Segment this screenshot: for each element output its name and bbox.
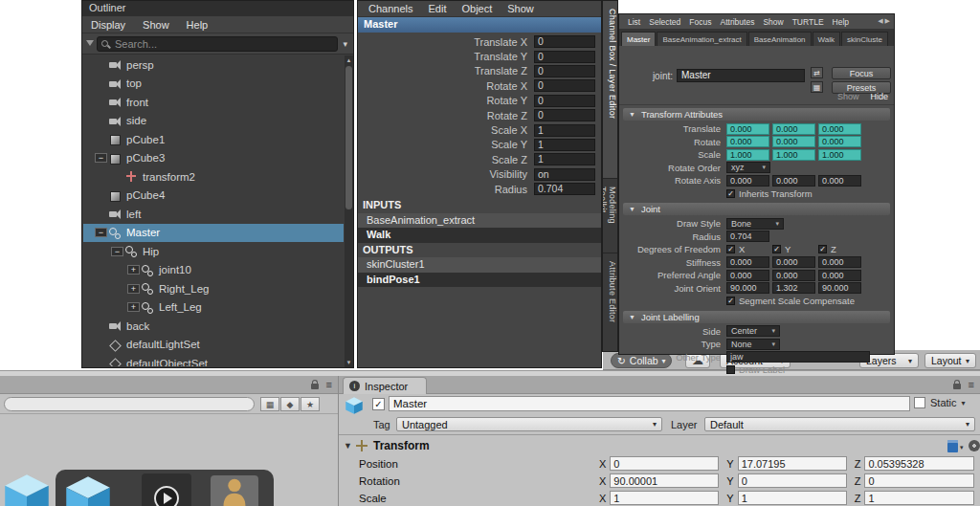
translate-y-field[interactable]: 0.000: [772, 123, 815, 135]
node-name-field[interactable]: Master: [677, 69, 805, 82]
tag-dropdown[interactable]: Untagged ▾: [396, 417, 662, 431]
preferred-z-field[interactable]: 0.000: [818, 270, 861, 281]
expander-toggle-icon[interactable]: [95, 321, 107, 331]
panel-menu-icon[interactable]: ≡: [326, 380, 332, 389]
outliner-item[interactable]: pCube4: [83, 187, 344, 206]
rotation-y-field[interactable]: [738, 473, 847, 488]
help-book-icon[interactable]: [947, 440, 958, 452]
node-tab[interactable]: Walk: [813, 32, 840, 46]
outliner-item[interactable]: − pCube3: [83, 149, 344, 168]
channel-label[interactable]: Rotate Z: [358, 110, 534, 121]
menu-item[interactable]: Show: [507, 3, 534, 14]
stiffness-x-field[interactable]: 0.000: [726, 256, 769, 268]
expander-toggle-icon[interactable]: [95, 209, 107, 219]
search-by-label-button[interactable]: ◆: [280, 397, 300, 411]
static-flags-dropdown-icon[interactable]: ▾: [962, 399, 966, 407]
outliner-item[interactable]: defaultObjectSet: [83, 354, 344, 366]
channel-value-field[interactable]: 0: [534, 109, 595, 121]
expander-toggle-icon[interactable]: [95, 116, 107, 125]
channel-box-object-name[interactable]: Master: [358, 17, 601, 33]
asset-thumbnail-master[interactable]: [63, 473, 113, 506]
outliner-item[interactable]: − Master: [83, 224, 344, 243]
outliner-item[interactable]: back: [83, 317, 344, 336]
menu-item[interactable]: List: [628, 17, 640, 27]
asset-thumbnail-take001[interactable]: [142, 473, 191, 506]
rotate-order-dropdown[interactable]: xyz ▾: [726, 162, 770, 173]
hide-button[interactable]: Hide: [870, 92, 888, 101]
panel-side-tab[interactable]: Attribute Editor: [603, 253, 617, 351]
scale-z-field[interactable]: [864, 491, 974, 505]
stiffness-y-field[interactable]: 0.000: [772, 256, 815, 268]
lock-icon[interactable]: [311, 384, 319, 389]
presets-dropdown-icon[interactable]: ▾: [960, 444, 964, 451]
joint-orient-z-field[interactable]: 90.000: [818, 282, 861, 294]
static-checkbox[interactable]: [914, 397, 925, 408]
rotate-z-field[interactable]: 0.000: [818, 136, 861, 147]
channel-label[interactable]: Scale Y: [358, 139, 534, 150]
channel-label[interactable]: Visibility: [358, 168, 534, 180]
layout-dropdown[interactable]: Layout ▾: [924, 353, 976, 368]
rotate-y-field[interactable]: 0.000: [772, 136, 815, 147]
menu-item[interactable]: Edit: [428, 3, 446, 14]
channel-value-field[interactable]: 1: [534, 139, 595, 151]
focus-button[interactable]: Focus: [832, 67, 891, 79]
expander-toggle-icon[interactable]: [95, 340, 107, 349]
preferred-x-field[interactable]: 0.000: [726, 270, 769, 281]
position-x-field[interactable]: [610, 456, 719, 471]
channel-value-field[interactable]: 0: [534, 79, 595, 92]
dof-x-checkbox[interactable]: ✓: [726, 245, 735, 253]
input-node-item[interactable]: Walk: [358, 228, 601, 243]
scroll-down-icon[interactable]: ▼: [345, 358, 353, 367]
layer-dropdown[interactable]: Default ▾: [704, 417, 975, 431]
expander-toggle-icon[interactable]: +: [127, 302, 140, 312]
transform-component-header[interactable]: ▼ Transform ▾: [339, 437, 980, 454]
panel-side-tab[interactable]: Modeling Toolkit: [603, 179, 617, 253]
expander-toggle-icon[interactable]: +: [127, 284, 140, 294]
channel-value-field[interactable]: 0.704: [534, 183, 595, 195]
channel-label[interactable]: Translate X: [358, 36, 534, 48]
side-dropdown[interactable]: Center ▾: [726, 325, 780, 337]
scale-x-field[interactable]: [610, 491, 719, 505]
expander-toggle-icon[interactable]: [95, 60, 107, 70]
asset-thumbnail-test[interactable]: [2, 472, 52, 506]
rotate-axis-x-field[interactable]: 0.000: [726, 175, 769, 187]
menu-item[interactable]: Display: [91, 19, 125, 31]
channel-value-field[interactable]: 0: [534, 95, 595, 107]
radius-field[interactable]: 0.704: [726, 231, 769, 242]
outliner-search-input[interactable]: [97, 36, 338, 52]
filter-icon[interactable]: [86, 40, 94, 46]
expander-toggle-icon[interactable]: −: [111, 247, 123, 256]
position-y-field[interactable]: [738, 456, 847, 471]
channel-value-field[interactable]: 1: [534, 153, 595, 165]
node-tab[interactable]: BaseAnimation: [748, 32, 812, 46]
expander-toggle-icon[interactable]: [111, 172, 123, 182]
menu-item[interactable]: Object: [461, 3, 492, 14]
expander-toggle-icon[interactable]: −: [95, 228, 107, 237]
panel-side-tab[interactable]: Channel Box / Layer Editor: [603, 1, 617, 179]
menu-item[interactable]: Attributes: [720, 17, 754, 27]
active-checkbox[interactable]: ✓: [372, 398, 385, 410]
show-button[interactable]: Show: [837, 92, 859, 101]
tab-inspector[interactable]: i Inspector: [343, 377, 427, 394]
panel-menu-icon[interactable]: ≡: [969, 380, 974, 389]
joint-orient-x-field[interactable]: 90.000: [726, 282, 769, 294]
node-tab[interactable]: skinCluste: [841, 32, 888, 46]
scrollbar-thumb[interactable]: [345, 66, 352, 209]
translate-z-field[interactable]: 0.000: [818, 123, 861, 135]
node-tab[interactable]: BaseAnimation_extract: [657, 32, 746, 46]
preferred-y-field[interactable]: 0.000: [772, 270, 815, 281]
expander-toggle-icon[interactable]: −: [95, 153, 107, 163]
dof-z-checkbox[interactable]: ✓: [818, 245, 827, 253]
rotate-axis-z-field[interactable]: 0.000: [818, 175, 861, 187]
menu-item[interactable]: TURTLE: [792, 17, 824, 27]
menu-item[interactable]: Selected: [649, 17, 680, 27]
expander-toggle-icon[interactable]: [95, 98, 107, 107]
outliner-item[interactable]: + Left_Leg: [83, 298, 344, 318]
channel-label[interactable]: Translate Y: [358, 51, 534, 62]
outliner-item[interactable]: front: [83, 93, 344, 112]
channel-value-field[interactable]: 0: [534, 51, 595, 63]
stiffness-z-field[interactable]: 0.000: [818, 256, 861, 268]
outliner-item[interactable]: + Right_Leg: [83, 279, 344, 298]
scroll-up-icon[interactable]: ▲: [345, 55, 353, 65]
menu-item[interactable]: Show: [143, 19, 169, 31]
